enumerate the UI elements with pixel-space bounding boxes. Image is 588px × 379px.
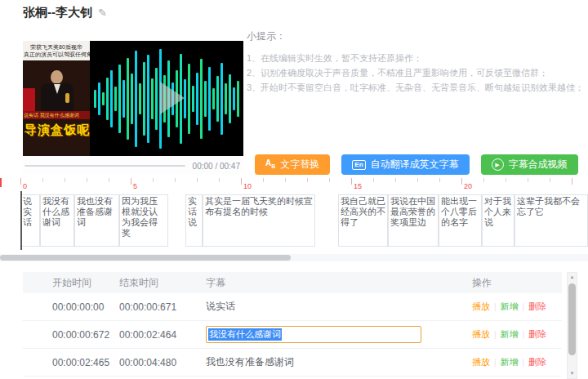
thumbnail-trophy xyxy=(65,93,69,103)
ruler-tick-label: 0 xyxy=(23,182,27,190)
thumbnail-caption: 荣获飞天奖80后视帝 真正的演员可以驾驭任何角色 xyxy=(23,41,90,60)
subtitle-text[interactable]: 我也没有准备感谢词 xyxy=(206,355,472,369)
ruler-tick xyxy=(65,178,65,182)
cell-subtitle: 说实话 xyxy=(206,300,472,314)
ruler-tick xyxy=(572,178,572,185)
cell-operations: 播放|新增|删除 xyxy=(472,356,562,368)
add-link[interactable]: 新增 xyxy=(501,356,519,368)
scroll-down-icon[interactable]: ▼ xyxy=(568,369,577,378)
header-start-time: 开始时间 xyxy=(23,276,119,290)
header: 张桐--李大钊 ✎ xyxy=(23,5,107,20)
vertical-scrollbar-thumb[interactable] xyxy=(568,283,576,355)
ruler-tick-label: 10 xyxy=(243,182,252,190)
edit-title-icon[interactable]: ✎ xyxy=(98,7,107,19)
subtitle-segment[interactable]: 因为我压根就没认为我会得奖 xyxy=(119,194,168,247)
operation-separator: | xyxy=(523,358,525,367)
waveform-bar xyxy=(143,62,145,136)
auto-translate-button[interactable]: En 自动翻译成英文字幕 xyxy=(341,154,469,175)
timeline-ruler[interactable]: 05101520 xyxy=(0,178,588,191)
ruler-tick xyxy=(263,178,264,182)
operation-separator: | xyxy=(523,330,525,339)
thumbnail-caption-line1: 荣获飞天奖80后视帝 xyxy=(24,43,89,51)
ruler-tick xyxy=(219,178,220,182)
subtitle-segment[interactable]: 我也没有准备感谢词 xyxy=(74,194,119,247)
thumbnail-burned-subtitle: 说实话 我没有什么感谢词 xyxy=(23,111,90,119)
subtitle-segment[interactable]: 我没有什么感谢词 xyxy=(40,194,74,247)
waveform-bar xyxy=(225,83,227,114)
english-icon: En xyxy=(352,160,365,170)
subtitle-segment[interactable]: 这辈子我都不会忘了它 xyxy=(514,194,588,247)
ruler-tick xyxy=(153,178,154,182)
play-link[interactable]: 播放 xyxy=(472,301,490,313)
header-operations: 操作 xyxy=(472,276,562,290)
compose-video-button[interactable]: ▶ 字幕合成视频 xyxy=(481,154,578,175)
ruler-tick xyxy=(241,178,242,185)
waveform-bar xyxy=(208,67,211,131)
play-button-overlay[interactable] xyxy=(160,82,185,114)
subtitle-segment[interactable]: 对于我个人来说 xyxy=(482,194,514,247)
thumbnail-caption-line2: 真正的演员可以驾驭任何角色 xyxy=(24,51,89,58)
horizontal-scrollbar-thumb[interactable] xyxy=(0,255,291,261)
header-subtitle: 字幕 xyxy=(206,276,472,290)
horizontal-scrollbar[interactable] xyxy=(0,254,588,261)
subtitle-segment[interactable]: 实话说 xyxy=(185,194,203,247)
subtitle-edit-input[interactable]: 我没有什么感谢词 xyxy=(206,326,421,343)
tips-list: 1、在线编辑实时生效，暂不支持还原操作；2、识别准确度取决于声音质量，不精准且严… xyxy=(247,51,581,95)
subtitle-segment[interactable]: 我说在中国最高荣誉的奖项里边 xyxy=(388,194,439,247)
text-replace-label: 文字替换 xyxy=(280,158,319,172)
header-end-time: 结束时间 xyxy=(119,276,206,290)
waveform-bar xyxy=(106,78,109,120)
add-link[interactable]: 新增 xyxy=(501,328,519,341)
waveform-bar xyxy=(192,86,194,112)
cell-operations: 播放|新增|删除 xyxy=(472,301,562,313)
ruler-tick xyxy=(197,178,198,182)
play-link[interactable]: 播放 xyxy=(472,328,490,341)
delete-link[interactable]: 删除 xyxy=(528,356,546,368)
play-link[interactable]: 播放 xyxy=(472,356,490,368)
video-thumbnail: 荣获飞天奖80后视帝 真正的演员可以驾驭任何角色 说实话 我没有什么感谢词 导演… xyxy=(23,41,90,156)
ruler-tick xyxy=(439,178,440,182)
add-link[interactable]: 新增 xyxy=(501,301,519,313)
selected-text: 我没有什么感谢词 xyxy=(208,328,282,341)
ruler-tick xyxy=(285,178,286,182)
subtitle-segment[interactable]: 我自己就已经高兴的不得了 xyxy=(338,194,388,247)
thumbnail-big-caption: 导演盒饭呢 xyxy=(24,123,90,138)
text-replace-button[interactable]: AB 文字替换 xyxy=(255,154,330,175)
thumbnail-person xyxy=(51,70,63,84)
waveform-bar xyxy=(127,58,129,140)
subtitle-table: 开始时间 结束时间 字幕 操作 00:00:00:0000:00:00:671说… xyxy=(23,272,562,377)
delete-link[interactable]: 删除 xyxy=(528,328,546,341)
operation-separator: | xyxy=(494,302,497,311)
cell-start-time: 00:00:02:465 xyxy=(23,357,119,368)
waveform-bar xyxy=(135,51,137,147)
table-body: 00:00:00:0000:00:00:671说实话播放|新增|删除00:00:… xyxy=(23,293,562,377)
ruler-tick xyxy=(87,178,87,182)
timeline-playhead[interactable] xyxy=(20,191,22,250)
waveform-bar xyxy=(188,64,190,134)
subtitle-segment[interactable]: 能出现一个八零后的名字 xyxy=(439,194,482,247)
waveform-bar xyxy=(204,81,207,117)
waveform-bar xyxy=(220,63,223,135)
subtitle-segment[interactable]: 说实话 xyxy=(20,194,40,247)
cell-start-time: 00:00:00:00 xyxy=(23,301,119,313)
ruler-edge-marker xyxy=(0,178,2,187)
video-screen[interactable]: 荣获飞天奖80后视帝 真正的演员可以驾驭任何角色 说实话 我没有什么感谢词 导演… xyxy=(23,41,243,156)
waveform-bar xyxy=(151,78,154,119)
scroll-up-icon[interactable]: ▲ xyxy=(568,273,577,282)
vertical-scrollbar[interactable]: ▲ ▼ xyxy=(567,272,577,379)
table-header: 开始时间 结束时间 字幕 操作 xyxy=(23,272,562,293)
operation-separator: | xyxy=(523,302,525,311)
ruler-tick xyxy=(506,178,506,182)
subtitle-segment[interactable]: 其实是一届飞天奖的时候宣布有提名的时候 xyxy=(203,194,315,247)
subtitle-text[interactable]: 说实话 xyxy=(206,300,472,314)
ruler-tick-label: 15 xyxy=(354,182,362,190)
ruler-tick xyxy=(109,178,109,182)
action-buttons: AB 文字替换 En 自动翻译成英文字幕 ▶ 字幕合成视频 xyxy=(255,154,578,175)
page-title: 张桐--李大钊 xyxy=(23,5,92,20)
cell-end-time: 00:00:04:480 xyxy=(119,357,206,368)
cell-start-time: 00:00:00:672 xyxy=(23,329,119,341)
video-progress-bar[interactable] xyxy=(24,165,185,167)
ruler-tick xyxy=(461,178,462,185)
compose-video-label: 字幕合成视频 xyxy=(509,158,568,172)
delete-link[interactable]: 删除 xyxy=(528,301,546,313)
